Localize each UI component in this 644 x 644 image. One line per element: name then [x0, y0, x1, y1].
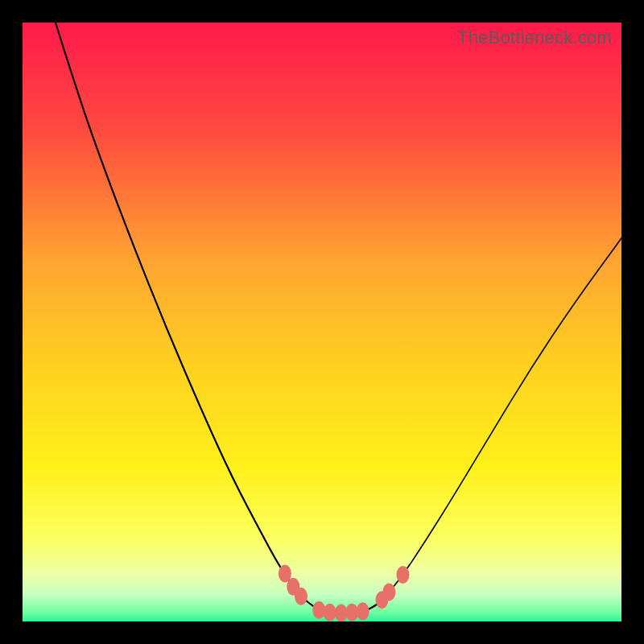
data-marker	[382, 584, 395, 601]
data-marker	[312, 601, 325, 619]
watermark-text: TheBottleneck.com	[457, 27, 612, 48]
data-marker	[295, 588, 308, 605]
chart-svg	[23, 23, 621, 621]
plot-area: TheBottleneck.com	[23, 23, 621, 621]
data-marker	[324, 604, 336, 621]
chart-frame: TheBottleneck.com	[0, 0, 644, 644]
data-marker	[357, 602, 369, 620]
data-marker	[396, 566, 409, 584]
gradient-background	[23, 23, 621, 621]
